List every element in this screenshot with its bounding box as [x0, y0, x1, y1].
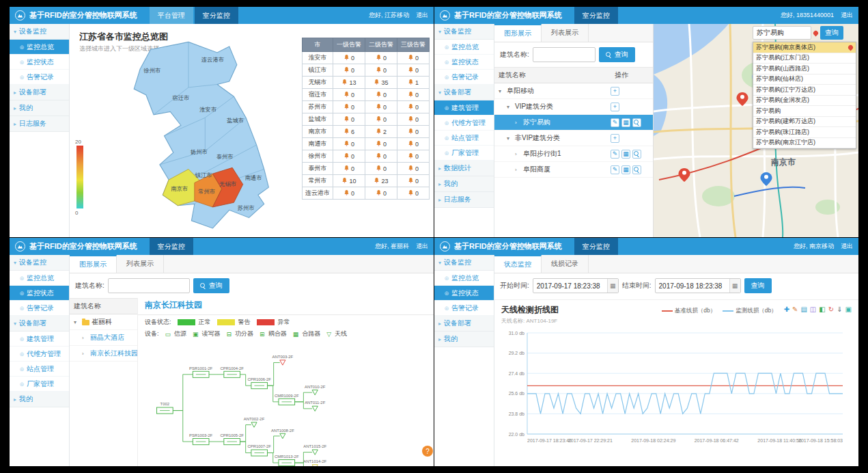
delete-icon[interactable]: ▦ — [621, 150, 630, 159]
sidebar-item[interactable]: ◎告警记录 — [434, 301, 494, 316]
sidebar-item[interactable]: ◎厂家管理 — [10, 377, 69, 392]
search-result-item[interactable]: 苏宁易购(江东门店) — [753, 53, 856, 64]
sidebar-item[interactable]: ◎监控总览 — [10, 271, 69, 286]
map-city-label[interactable]: 镇江市 — [195, 172, 212, 178]
tree-node[interactable]: ▾VIP建筑分类+ — [494, 99, 653, 115]
city-alarm-row[interactable]: 盐城市000 — [303, 113, 430, 126]
tree-node[interactable]: ›阜阳商厦✎▦ — [494, 162, 653, 178]
city-alarm-row[interactable]: 南通市000 — [303, 138, 430, 150]
calendar-icon[interactable]: ▦ — [607, 279, 618, 293]
city-alarm-row[interactable]: 泰州市000 — [303, 163, 430, 175]
expander-icon[interactable]: ▾ — [74, 319, 80, 325]
device-node[interactable]: ANT011-2F — [305, 401, 325, 411]
search-icon[interactable] — [632, 165, 641, 174]
sidebar-section[interactable]: ▸我的 — [10, 392, 69, 407]
map-city-label[interactable]: 泰州市 — [216, 153, 234, 160]
sidebar-item[interactable]: ◎站点管理 — [434, 131, 494, 146]
map-city-label[interactable]: 南通市 — [245, 174, 262, 181]
device-node[interactable]: CPR1004-2F — [220, 366, 244, 378]
content-tab[interactable]: 图形展示 — [70, 255, 117, 273]
sidebar-section[interactable]: ▾设备监控 — [10, 255, 69, 271]
save-image-icon[interactable]: ⇓ — [837, 306, 842, 313]
device-node[interactable]: CPR1006-2F — [247, 377, 271, 389]
tree-node[interactable]: ›丽晶大酒店 — [70, 330, 137, 346]
search-result-item[interactable]: 苏宁易购 — [753, 106, 856, 117]
city-alarm-row[interactable]: 南京市620 — [303, 126, 430, 138]
device-node[interactable]: CMR1013-2F — [275, 455, 299, 466]
map-city-label[interactable]: 淮安市 — [199, 106, 216, 113]
expander-icon[interactable]: ▾ — [499, 88, 505, 94]
city-alarm-row[interactable]: 淮安市000 — [303, 52, 430, 64]
map-city-label[interactable]: 南京市 — [171, 185, 188, 192]
tree-node[interactable]: ▾阜阳移动+ — [494, 83, 653, 99]
map-city-label[interactable]: 连云港市 — [201, 56, 224, 63]
edit-icon[interactable]: ✎ — [611, 165, 619, 174]
logout-link[interactable]: 退出 — [416, 11, 428, 20]
fullscreen-icon[interactable]: ▣ — [845, 306, 852, 313]
map-canvas[interactable]: 南京市玄武湖公园 — [654, 24, 858, 237]
line-switch-icon[interactable]: ◧ — [819, 306, 825, 313]
header-tab[interactable]: 平台管理 — [150, 7, 193, 24]
add-icon[interactable]: + — [611, 134, 619, 143]
city-alarm-row[interactable]: 苏州市000 — [303, 101, 430, 113]
add-icon[interactable]: + — [611, 87, 619, 96]
restore-icon[interactable]: ↻ — [828, 306, 834, 313]
device-node[interactable]: PSR1001-2F — [189, 366, 213, 378]
sidebar-item[interactable]: ◎建筑管理 — [10, 332, 69, 347]
sidebar-item[interactable]: ◎代维方管理 — [10, 347, 69, 362]
content-tab[interactable]: 线损记录 — [542, 255, 589, 273]
sidebar-item[interactable]: ◎监控状态 — [10, 286, 69, 301]
add-icon[interactable]: + — [611, 103, 619, 111]
search-result-item[interactable]: 苏宁易购(江宁万达店) — [753, 85, 856, 96]
city-alarm-row[interactable]: 连云港市000 — [303, 187, 430, 200]
sidebar-item[interactable]: ◎监控总览 — [434, 271, 494, 286]
city-alarm-row[interactable]: 无锡市13351 — [303, 77, 430, 89]
map-city-label[interactable]: 苏州市 — [238, 204, 255, 211]
header-tab[interactable]: 室分监控 — [195, 7, 238, 24]
sidebar-item[interactable]: ◎告警记录 — [10, 70, 69, 85]
search-result-item[interactable]: 苏宁易购(金润发店) — [753, 96, 856, 107]
sidebar-section[interactable]: ▸我的 — [10, 100, 69, 116]
tree-node[interactable]: ▾非VIP建筑分类+ — [494, 131, 653, 146]
sidebar-section[interactable]: ▾设备部署 — [10, 316, 69, 332]
sidebar-section[interactable]: ▸日志服务 — [434, 192, 494, 208]
data-view-icon[interactable]: ▤ — [800, 306, 807, 313]
sidebar-item[interactable]: ◎监控状态 — [434, 286, 494, 301]
sidebar-item[interactable]: ◎代维方管理 — [434, 116, 494, 131]
expander-icon[interactable]: ▾ — [507, 104, 513, 110]
edit-icon[interactable]: ✎ — [611, 118, 619, 127]
content-tab[interactable]: 图形展示 — [494, 24, 542, 42]
tree-node[interactable]: ▾崔丽科 — [70, 314, 137, 330]
city-alarm-row[interactable]: 宿迁市000 — [303, 89, 430, 101]
device-node[interactable]: ANT1014-2F — [303, 459, 326, 466]
sidebar-item[interactable]: ◎建筑管理 — [434, 100, 494, 116]
sidebar-section[interactable]: ▸我的 — [434, 332, 494, 347]
delete-icon[interactable]: ▦ — [621, 118, 630, 127]
search-result-item[interactable]: 苏宁易购(南京江宁店) — [753, 138, 856, 149]
device-node[interactable]: CPR1007-2F — [247, 444, 271, 456]
sidebar-item[interactable]: ◎监控状态 — [434, 55, 494, 70]
sidebar-section[interactable]: ▸我的 — [434, 176, 494, 192]
sidebar-section[interactable]: ▾设备监控 — [434, 24, 494, 40]
sidebar-section[interactable]: ▾设备监控 — [434, 255, 494, 271]
sidebar-section[interactable]: ▾设备监控 — [10, 24, 69, 40]
query-button[interactable]: 查询 — [744, 278, 772, 293]
legend-item[interactable]: 监测线损（db） — [723, 307, 776, 315]
logout-link[interactable]: 退出 — [841, 11, 853, 20]
delete-icon[interactable]: ▦ — [621, 165, 630, 174]
map-search-input[interactable] — [753, 26, 811, 40]
bar-switch-icon[interactable]: ◫ — [810, 306, 816, 313]
edit-icon[interactable]: ✎ — [611, 150, 619, 159]
device-node[interactable]: ANT002-2F — [244, 417, 265, 427]
sidebar-section[interactable]: ▸数据统计 — [434, 161, 494, 176]
sidebar-section[interactable]: ▸设备部署 — [10, 85, 69, 100]
sidebar-item[interactable]: ◎监控总览 — [10, 40, 69, 55]
content-tab[interactable]: 状态监控 — [494, 255, 542, 273]
city-alarm-row[interactable]: 常州市10230 — [303, 175, 430, 187]
search-icon[interactable] — [632, 150, 641, 159]
calendar-icon[interactable]: ▦ — [729, 279, 740, 293]
tree-node[interactable]: ›阜阳步行街1✎▦ — [494, 146, 653, 162]
map-city-label[interactable]: 徐州市 — [143, 67, 160, 74]
device-node[interactable]: ANT003-2F — [272, 355, 294, 365]
logout-link[interactable]: 退出 — [416, 242, 428, 251]
